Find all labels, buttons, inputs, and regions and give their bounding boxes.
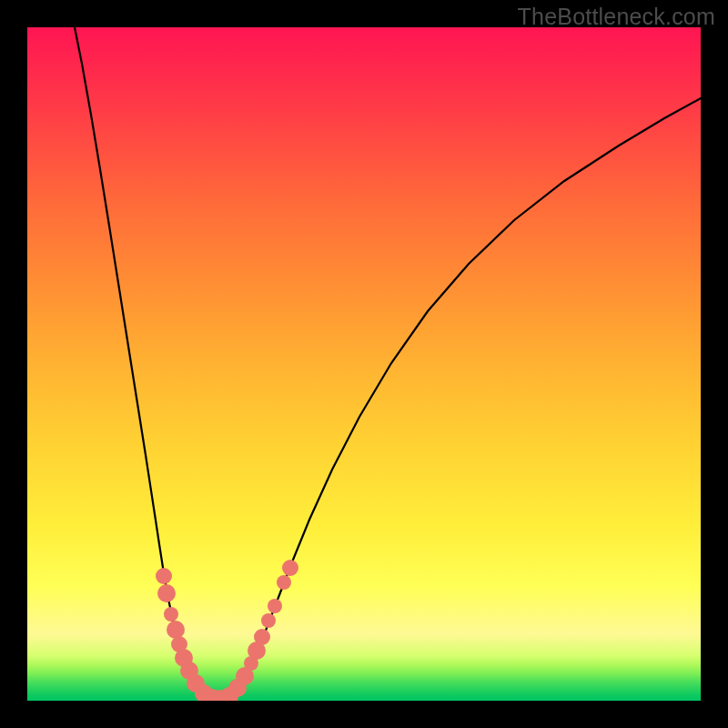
data-dot — [156, 568, 172, 584]
data-dot — [268, 599, 282, 613]
data-dot — [277, 575, 291, 590]
watermark-text: TheBottleneck.com — [518, 4, 715, 30]
data-dot — [167, 621, 185, 639]
data-dot — [254, 629, 270, 645]
data-dot — [282, 560, 298, 576]
data-dots — [156, 560, 298, 701]
data-dot — [261, 613, 276, 628]
bottleneck-chart — [27, 27, 701, 701]
data-dot — [164, 607, 178, 622]
data-dot — [157, 584, 176, 602]
